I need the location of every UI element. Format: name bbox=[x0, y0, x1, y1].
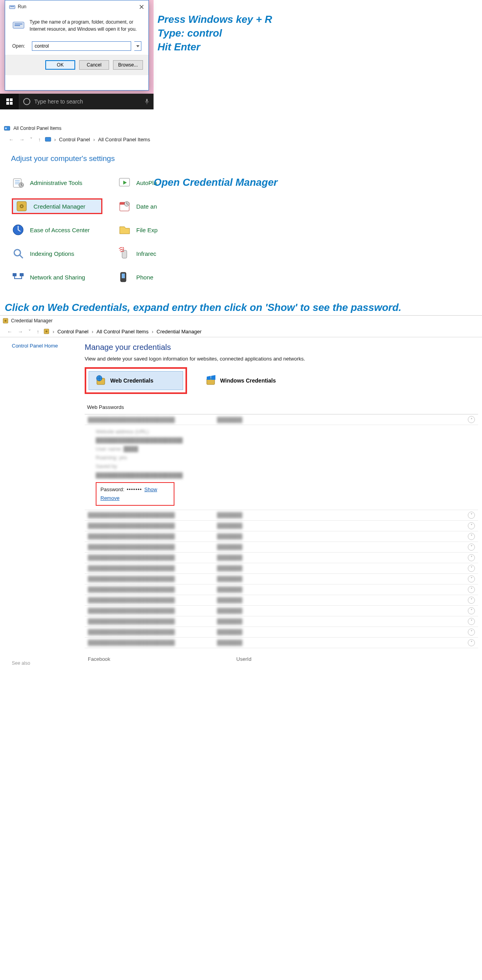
tab-web-label: Web Credentials bbox=[110, 377, 153, 384]
chevron-down-icon[interactable]: ˅ bbox=[468, 575, 475, 582]
cp-item-partial[interactable]: Date an bbox=[118, 198, 161, 214]
svg-rect-12 bbox=[5, 128, 7, 129]
taskbar-search[interactable]: Type here to search bbox=[19, 94, 154, 109]
explorer-nav: ← → ˅ ↑ › Control Panel › All Control Pa… bbox=[0, 326, 482, 337]
tab-win-label: Windows Credentials bbox=[220, 377, 276, 384]
tab-web-credentials[interactable]: Web Credentials bbox=[89, 371, 183, 390]
cp-item-label: Date an bbox=[136, 203, 157, 210]
up-icon[interactable]: ↑ bbox=[35, 329, 41, 335]
remove-link[interactable]: Remove bbox=[100, 495, 119, 501]
chevron-down-icon[interactable]: ˅ bbox=[468, 607, 475, 614]
credential-row[interactable]: ███████████████████████████████˅ bbox=[85, 531, 478, 542]
forward-icon[interactable]: → bbox=[16, 329, 24, 335]
instruction-step3: Click on Web Credentials, expand entry t… bbox=[0, 293, 482, 315]
breadcrumb-b[interactable]: All Control Panel Items bbox=[96, 329, 148, 335]
credential-row[interactable]: ███████████████████████████████˅ bbox=[85, 542, 478, 553]
forward-icon[interactable]: → bbox=[18, 137, 26, 142]
control-panel-home-link[interactable]: Control Panel Home bbox=[12, 343, 85, 349]
back-icon[interactable]: ← bbox=[7, 137, 15, 142]
chevron-down-icon[interactable]: ˅ bbox=[468, 544, 475, 551]
chevron-down-icon[interactable]: ˅ bbox=[468, 554, 475, 561]
svg-rect-22 bbox=[20, 273, 24, 276]
svg-rect-21 bbox=[13, 273, 17, 276]
chevron-down-icon[interactable]: ˅ bbox=[468, 597, 475, 604]
chevron-down-icon[interactable]: ˅ bbox=[468, 522, 475, 529]
svg-rect-9 bbox=[146, 99, 148, 102]
tab-windows-credentials[interactable]: Windows Credentials bbox=[199, 371, 282, 390]
mic-icon[interactable] bbox=[145, 98, 149, 105]
credential-row[interactable]: ███████████████████████████████˅ bbox=[85, 606, 478, 616]
credential-row[interactable]: ███████████████████████████████˄ bbox=[85, 414, 478, 425]
open-input[interactable] bbox=[32, 41, 131, 51]
credential-row[interactable]: ███████████████████████████████˅ bbox=[85, 553, 478, 563]
breadcrumb-root[interactable]: Control Panel bbox=[59, 137, 90, 142]
chevron-down-icon[interactable]: ˅ bbox=[468, 639, 475, 646]
dropdown-history-icon[interactable]: ˅ bbox=[28, 137, 34, 142]
cp-item-icon bbox=[15, 200, 28, 213]
cp-item-ease-of-access-center[interactable]: Ease of Access Center bbox=[12, 222, 102, 238]
credential-row[interactable]: ███████████████████████████████˅ bbox=[85, 584, 478, 595]
svg-rect-6 bbox=[10, 98, 13, 101]
chevron-down-icon[interactable]: ˅ bbox=[468, 565, 475, 572]
credential-details: Website address (URL)███████████████████… bbox=[85, 425, 478, 510]
svg-point-18 bbox=[21, 205, 22, 207]
breadcrumb-leaf[interactable]: All Control Panel Items bbox=[98, 137, 150, 142]
svg-rect-7 bbox=[6, 102, 9, 105]
taskbar: Type here to search bbox=[0, 94, 154, 109]
credential-row[interactable]: ███████████████████████████████˅ bbox=[85, 616, 478, 627]
cp-item-credential-manager[interactable]: Credential Manager bbox=[12, 198, 102, 214]
globe-safe-icon bbox=[95, 375, 106, 386]
chevron-down-icon[interactable]: ˅ bbox=[468, 586, 475, 593]
breadcrumb-a[interactable]: Control Panel bbox=[57, 329, 89, 335]
cp-item-partial[interactable]: Phone bbox=[118, 269, 161, 285]
cp-item-administrative-tools[interactable]: Administrative Tools bbox=[12, 175, 102, 190]
cp-item-icon bbox=[118, 176, 131, 189]
credential-row[interactable]: ███████████████████████████████˅ bbox=[85, 510, 478, 521]
credential-row[interactable]: ███████████████████████████████˅ bbox=[85, 627, 478, 638]
credential-row[interactable]: ███████████████████████████████˅ bbox=[85, 638, 478, 648]
browse-button[interactable]: Browse... bbox=[113, 60, 143, 70]
run-title: Run bbox=[18, 4, 136, 9]
breadcrumb-c[interactable]: Credential Manager bbox=[157, 329, 202, 335]
chevron-up-icon[interactable]: ˄ bbox=[468, 416, 475, 423]
cp-item-icon bbox=[12, 176, 24, 189]
cp-item-partial[interactable]: File Exp bbox=[118, 222, 161, 238]
cp-item-label: Network and Sharing bbox=[30, 274, 85, 281]
cp-item-label: Indexing Options bbox=[30, 250, 74, 257]
adjust-settings-heading: Adjust your computer's settings bbox=[0, 142, 482, 175]
show-link[interactable]: Show bbox=[145, 486, 158, 492]
control-panel-icon bbox=[4, 125, 10, 131]
chevron-down-icon[interactable]: ˅ bbox=[468, 629, 475, 636]
credential-row[interactable]: ███████████████████████████████˅ bbox=[85, 521, 478, 531]
up-icon[interactable]: ↑ bbox=[37, 137, 43, 142]
chevron-down-icon[interactable]: ˅ bbox=[468, 618, 475, 625]
dropdown-history-icon[interactable]: ˅ bbox=[27, 329, 33, 335]
start-button[interactable] bbox=[0, 94, 19, 109]
svg-rect-3 bbox=[15, 24, 22, 24]
back-icon[interactable]: ← bbox=[6, 329, 14, 335]
credential-row[interactable]: ███████████████████████████████˅ bbox=[85, 574, 478, 584]
cp-item-network-and-sharing[interactable]: Network and Sharing bbox=[12, 269, 102, 285]
cp-item-icon bbox=[118, 271, 131, 283]
chevron-down-icon[interactable]: ˅ bbox=[468, 533, 475, 540]
cp-item-label: Infrarec bbox=[136, 250, 156, 257]
cp-item-label: Ease of Access Center bbox=[30, 227, 90, 233]
open-dropdown-icon[interactable] bbox=[134, 41, 141, 51]
credential-manager-window: Credential Manager ← → ˅ ↑ › Control Pan… bbox=[0, 315, 482, 669]
cp-item-icon bbox=[118, 200, 131, 213]
search-placeholder: Type here to search bbox=[34, 98, 83, 105]
credential-row[interactable]: ███████████████████████████████˅ bbox=[85, 595, 478, 606]
svg-rect-1 bbox=[10, 6, 14, 7]
cp-item-label: Credential Manager bbox=[33, 203, 85, 210]
close-icon[interactable] bbox=[136, 1, 147, 12]
run-app-icon bbox=[9, 4, 15, 10]
svg-point-20 bbox=[14, 250, 20, 256]
cancel-button[interactable]: Cancel bbox=[79, 60, 109, 70]
cp-item-partial[interactable]: Infrarec bbox=[118, 246, 161, 261]
svg-rect-5 bbox=[6, 98, 9, 101]
chevron-down-icon[interactable]: ˅ bbox=[468, 512, 475, 519]
cp-item-indexing-options[interactable]: Indexing Options bbox=[12, 246, 102, 261]
svg-rect-10 bbox=[147, 103, 147, 104]
credential-row[interactable]: ███████████████████████████████˅ bbox=[85, 563, 478, 574]
ok-button[interactable]: OK bbox=[45, 60, 75, 70]
